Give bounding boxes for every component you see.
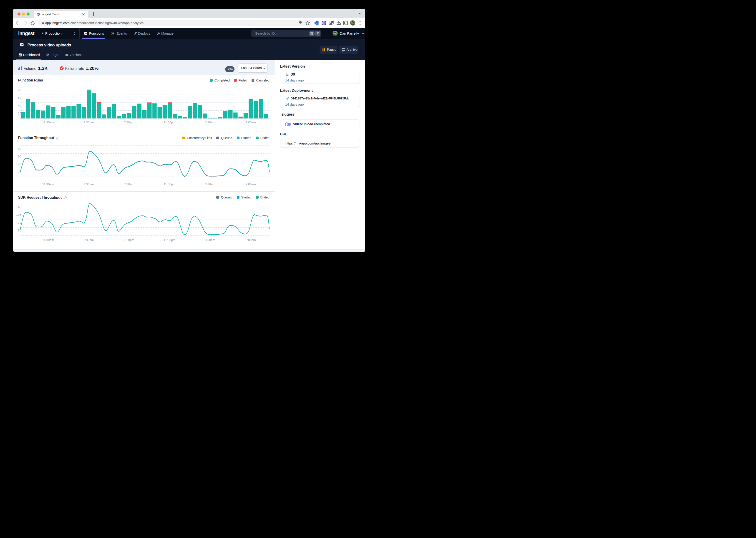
- svg-text:9:00am: 9:00am: [245, 121, 256, 124]
- svg-text:3:30pm: 3:30pm: [83, 183, 93, 186]
- svg-text:11:30pm: 11:30pm: [164, 238, 175, 242]
- svg-text:3:30am: 3:30am: [205, 238, 215, 242]
- svg-text:70: 70: [18, 221, 21, 224]
- svg-text:11:30am: 11:30am: [42, 183, 54, 186]
- svg-text:9:00am: 9:00am: [245, 238, 256, 242]
- svg-text:7:30pm: 7:30pm: [124, 183, 134, 186]
- svg-text:3:30pm: 3:30pm: [83, 121, 93, 124]
- svg-text:11:30am: 11:30am: [42, 238, 54, 242]
- svg-text:105: 105: [16, 213, 22, 217]
- svg-text:60: 60: [18, 155, 21, 158]
- svg-text:35: 35: [18, 229, 21, 232]
- svg-text:7:30pm: 7:30pm: [124, 238, 134, 242]
- svg-text:11:30pm: 11:30pm: [164, 183, 175, 186]
- svg-text:20: 20: [18, 112, 21, 115]
- svg-text:7:30pm: 7:30pm: [124, 121, 134, 124]
- svg-text:9:00am: 9:00am: [245, 183, 256, 186]
- svg-text:40: 40: [18, 162, 21, 166]
- svg-text:40: 40: [18, 104, 21, 107]
- svg-text:3:30am: 3:30am: [205, 121, 215, 124]
- svg-text:3:30am: 3:30am: [205, 183, 215, 186]
- svg-text:140: 140: [16, 205, 22, 209]
- svg-text:3:30pm: 3:30pm: [83, 238, 93, 242]
- svg-text:60: 60: [18, 96, 21, 99]
- svg-text:80: 80: [18, 147, 21, 150]
- svg-text:80: 80: [18, 88, 21, 91]
- svg-text:11:30pm: 11:30pm: [164, 121, 175, 124]
- svg-text:11:30am: 11:30am: [42, 121, 54, 124]
